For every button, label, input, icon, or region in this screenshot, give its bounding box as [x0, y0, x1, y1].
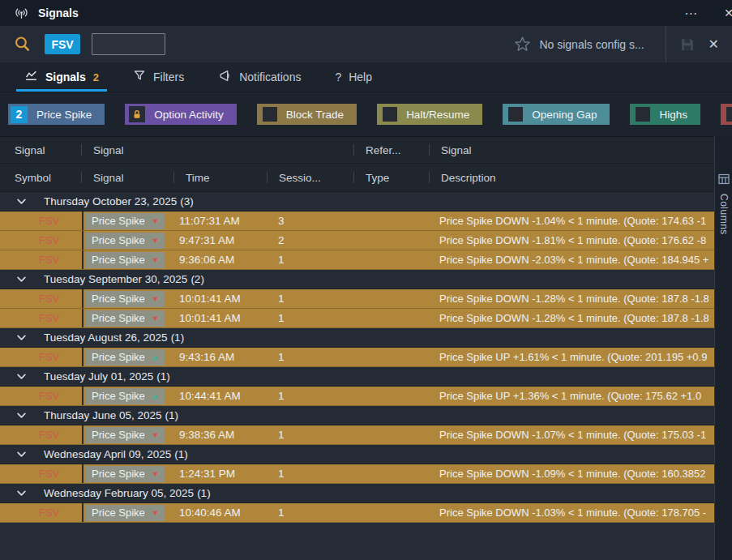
filter-chip-halt-resume[interactable]: Halt/Resume: [377, 104, 482, 125]
signal-type-box: Price Spike▲: [86, 388, 165, 404]
search-icon[interactable]: [13, 35, 32, 53]
signal-type-label: Price Spike: [92, 234, 145, 246]
signal-row[interactable]: FSVPrice Spike▼11:07:31 AM3Price Spike D…: [0, 212, 714, 231]
columns-grid-icon: [718, 173, 730, 188]
column-header-description[interactable]: Description: [430, 164, 714, 191]
type-cell: [354, 348, 430, 366]
up-arrow-icon: ▲: [152, 392, 159, 400]
time-cell: 9:36:06 AM: [174, 250, 268, 269]
signal-cell: Price Spike▼: [82, 425, 174, 444]
time-cell: 9:38:36 AM: [174, 425, 268, 444]
description-cell: Price Spike DOWN -1.28% < 1 minute. (Quo…: [430, 289, 714, 308]
symbol-input[interactable]: [92, 33, 165, 55]
description-cell: Price Spike DOWN -1.81% < 1 minute. (Quo…: [430, 231, 714, 250]
time-cell: 9:47:31 AM: [174, 231, 268, 250]
filter-chip-block-trade[interactable]: Block Trade: [257, 104, 357, 125]
chevron-down-icon[interactable]: [16, 410, 27, 421]
checkbox[interactable]: [726, 107, 732, 122]
signal-cell: Price Spike▼: [82, 250, 174, 269]
signal-type-box: Price Spike▲: [86, 349, 165, 365]
signal-row[interactable]: FSVPrice Spike▼10:01:41 AM1Price Spike D…: [0, 289, 714, 309]
chart-line-icon: [24, 69, 38, 86]
filter-chip-label: Option Activity: [154, 109, 237, 121]
column-header-symbol[interactable]: Symbol: [0, 164, 82, 191]
group-row[interactable]: Tuesday July 01, 2025(1): [0, 367, 714, 387]
chevron-down-icon[interactable]: [16, 488, 27, 498]
signal-type-box: Price Spike▼: [86, 427, 165, 443]
close-icon[interactable]: ✕: [724, 6, 732, 19]
tab-signals[interactable]: Signals 2: [15, 62, 109, 92]
columns-panel-tab[interactable]: Columns: [714, 136, 732, 560]
favorite-star-icon[interactable]: [514, 36, 531, 53]
tab-label: Signals: [45, 71, 86, 83]
chevron-down-icon[interactable]: [16, 332, 27, 343]
group-row[interactable]: Wednesday April 09, 2025(1): [0, 445, 714, 464]
type-cell: [354, 212, 430, 230]
column-header-sessio[interactable]: Sessio...: [268, 164, 354, 191]
group-row[interactable]: Wednesday February 05, 2025(1): [0, 484, 714, 503]
group-count: (1): [197, 487, 211, 499]
symbol-cell: FSV: [0, 425, 82, 444]
window-title: Signals: [38, 6, 79, 19]
chevron-down-icon[interactable]: [16, 371, 27, 382]
tab-filters[interactable]: Filters: [123, 62, 194, 92]
group-date-label: Thursday June 05, 2025: [44, 409, 162, 421]
symbol-cell: FSV: [0, 348, 82, 366]
group-date-label: Tuesday August 26, 2025: [44, 331, 168, 344]
checkbox[interactable]: [636, 107, 650, 122]
signal-type-box: Price Spike▼: [86, 252, 165, 268]
checkbox[interactable]: [383, 107, 397, 122]
filter-chip-lows[interactable]: Lows: [721, 104, 732, 125]
table-column-header-row: SymbolSignalTimeSessio...TypeDescription: [0, 164, 714, 192]
group-count: (3): [180, 195, 194, 207]
column-header-type[interactable]: Type: [354, 164, 430, 191]
group-header-cell: Signal: [82, 137, 354, 163]
save-icon[interactable]: [679, 36, 696, 53]
column-header-signal[interactable]: Signal: [82, 164, 174, 191]
symbol-cell: FSV: [0, 250, 82, 269]
symbol-chip[interactable]: FSV: [45, 34, 80, 54]
time-cell: 1:24:31 PM: [174, 464, 268, 483]
filter-chip-highs[interactable]: Highs: [630, 104, 700, 125]
checkbox[interactable]: [263, 107, 277, 122]
chevron-down-icon[interactable]: [16, 449, 27, 460]
signal-row[interactable]: FSVPrice Spike▼9:47:31 AM2Price Spike DO…: [0, 231, 714, 250]
group-row[interactable]: Tuesday September 30, 2025(2): [0, 270, 714, 289]
close-toolbar-icon[interactable]: ✕: [708, 36, 719, 52]
signal-row[interactable]: FSVPrice Spike▼1:24:31 PM1Price Spike DO…: [0, 464, 714, 484]
filter-chip-opening-gap[interactable]: Opening Gap: [503, 104, 610, 125]
tab-help[interactable]: ? Help: [325, 62, 382, 92]
filter-chip-label: Highs: [659, 109, 700, 121]
time-cell: 10:40:46 AM: [174, 503, 268, 522]
signal-row[interactable]: FSVPrice Spike▼10:40:46 AM1Price Spike D…: [0, 503, 714, 523]
down-arrow-icon: ▼: [152, 470, 159, 478]
group-date-label: Tuesday September 30, 2025: [44, 273, 187, 285]
checkbox[interactable]: [508, 107, 523, 122]
signal-cell: Price Spike▼: [82, 464, 174, 483]
tab-label: Notifications: [239, 71, 301, 83]
signal-type-box: Price Spike▼: [86, 291, 165, 307]
chevron-down-icon[interactable]: [16, 274, 27, 284]
signal-row[interactable]: FSVPrice Spike▼10:01:41 AM1Price Spike D…: [0, 309, 714, 328]
tab-notifications[interactable]: Notifications: [208, 62, 310, 92]
group-count: (2): [190, 273, 204, 285]
group-header-cell: Signal: [430, 137, 714, 163]
filter-chip-option-activity[interactable]: Option Activity: [125, 104, 237, 125]
description-cell: Price Spike DOWN -1.07% < 1 minute. (Quo…: [430, 425, 714, 444]
signal-row[interactable]: FSVPrice Spike▼9:38:36 AM1Price Spike DO…: [0, 425, 714, 445]
group-row[interactable]: Thursday June 05, 2025(1): [0, 406, 714, 425]
symbol-cell: FSV: [0, 289, 82, 308]
down-arrow-icon: ▼: [152, 217, 159, 225]
more-menu-icon[interactable]: ⋯: [684, 6, 698, 21]
group-row[interactable]: Tuesday August 26, 2025(1): [0, 328, 714, 348]
filter-chip-price-spike[interactable]: 2Price Spike: [8, 104, 105, 125]
column-header-time[interactable]: Time: [174, 164, 268, 191]
signal-row[interactable]: FSVPrice Spike▼9:36:06 AM1Price Spike DO…: [0, 250, 714, 270]
signal-cell: Price Spike▼: [82, 289, 174, 308]
signal-row[interactable]: FSVPrice Spike▲10:44:41 AM1Price Spike U…: [0, 387, 714, 406]
time-cell: 10:01:41 AM: [174, 309, 268, 327]
chevron-down-icon[interactable]: [16, 196, 27, 207]
group-row[interactable]: Thursday October 23, 2025(3): [0, 192, 714, 212]
signal-row[interactable]: FSVPrice Spike▲9:43:16 AM1Price Spike UP…: [0, 348, 714, 367]
time-cell: 10:44:41 AM: [174, 387, 268, 405]
